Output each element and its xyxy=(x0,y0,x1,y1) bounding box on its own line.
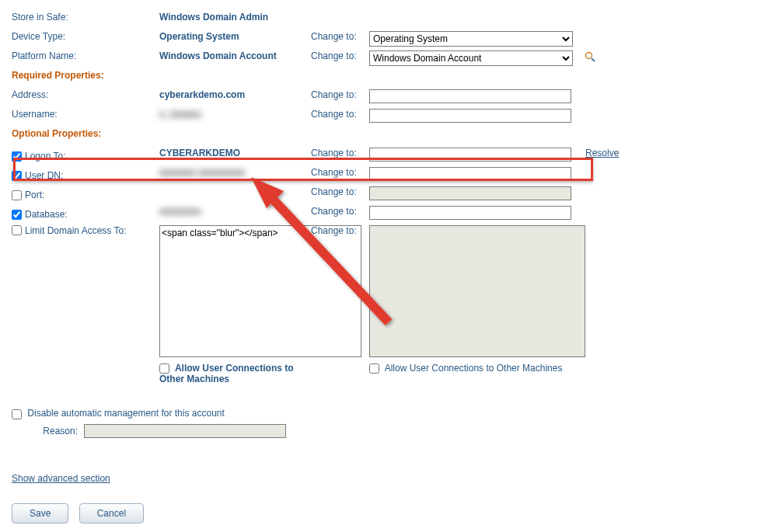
device-type-value: Operating System xyxy=(159,31,311,42)
allow-connections-left-label: Allow User Connections to Other Machines xyxy=(159,363,294,384)
change-to-label: Change to: xyxy=(311,50,369,61)
platform-name-select[interactable]: Windows Domain Account xyxy=(369,50,573,66)
change-to-label: Change to: xyxy=(311,148,369,158)
limit-domain-textarea-left[interactable]: <span class="blur"></span> xyxy=(159,225,361,357)
address-input[interactable] xyxy=(369,89,571,103)
optional-properties-header: Optional Properties: xyxy=(12,128,159,139)
svg-line-1 xyxy=(592,58,595,61)
allow-connections-right-checkbox[interactable] xyxy=(369,363,379,374)
username-input[interactable] xyxy=(369,109,571,123)
change-to-label: Change to: xyxy=(311,109,369,120)
store-in-safe-value: Windows Domain Admin xyxy=(159,12,311,23)
username-label: Username: xyxy=(12,109,159,120)
logon-to-label: Logon To: xyxy=(25,151,66,162)
logon-to-value: CYBERARKDEMO xyxy=(159,148,311,158)
limit-domain-textarea-right[interactable] xyxy=(369,225,585,357)
change-to-label: Change to: xyxy=(311,89,369,100)
disable-auto-mgmt-label: Disable automatic management for this ac… xyxy=(27,408,224,419)
required-properties-header: Required Properties: xyxy=(12,70,159,81)
address-label: Address: xyxy=(12,89,159,100)
username-value: x_xxxxxx xyxy=(159,109,311,120)
reason-input[interactable] xyxy=(84,424,286,438)
change-to-label: Change to: xyxy=(311,31,369,42)
device-type-label: Device Type: xyxy=(12,31,159,42)
save-button[interactable]: Save xyxy=(12,503,68,523)
change-to-label: Change to: xyxy=(311,186,369,197)
user-dn-label: User DN: xyxy=(25,170,63,181)
database-checkbox[interactable] xyxy=(12,210,22,220)
allow-connections-left-checkbox[interactable] xyxy=(159,363,169,374)
database-label: Database: xyxy=(25,209,68,220)
logon-to-checkbox[interactable] xyxy=(12,151,22,162)
port-label: Port: xyxy=(25,190,44,200)
port-input[interactable] xyxy=(369,186,571,200)
user-dn-input[interactable] xyxy=(369,167,571,181)
platform-name-value: Windows Domain Account xyxy=(159,50,311,61)
user-dn-value: xxxxxxx xxxxxxxxx xyxy=(159,167,311,178)
change-to-label: Change to: xyxy=(311,167,369,178)
change-to-label: Change to: xyxy=(311,206,369,217)
limit-domain-checkbox[interactable] xyxy=(12,225,22,235)
resolve-link[interactable]: Resolve xyxy=(585,148,619,158)
svg-point-0 xyxy=(586,53,592,59)
limit-domain-label: Limit Domain Access To: xyxy=(25,225,127,236)
database-value: xxxxxxxx xyxy=(159,206,311,217)
user-dn-checkbox[interactable] xyxy=(12,171,22,181)
platform-name-label: Platform Name: xyxy=(12,50,159,61)
show-advanced-link[interactable]: Show advanced section xyxy=(12,473,110,484)
device-type-select[interactable]: Operating System xyxy=(369,31,573,47)
database-input[interactable] xyxy=(369,206,571,220)
disable-auto-mgmt-checkbox[interactable] xyxy=(12,409,22,419)
store-in-safe-label: Store in Safe: xyxy=(12,12,159,23)
change-to-label: Change to: xyxy=(311,225,369,236)
search-icon[interactable] xyxy=(584,50,596,63)
cancel-button[interactable]: Cancel xyxy=(79,503,144,523)
allow-connections-right-label: Allow User Connections to Other Machines xyxy=(385,363,563,374)
logon-to-input[interactable] xyxy=(369,148,571,162)
port-checkbox[interactable] xyxy=(12,190,22,200)
address-value: cyberarkdemo.com xyxy=(159,89,311,100)
reason-label: Reason: xyxy=(12,426,78,436)
